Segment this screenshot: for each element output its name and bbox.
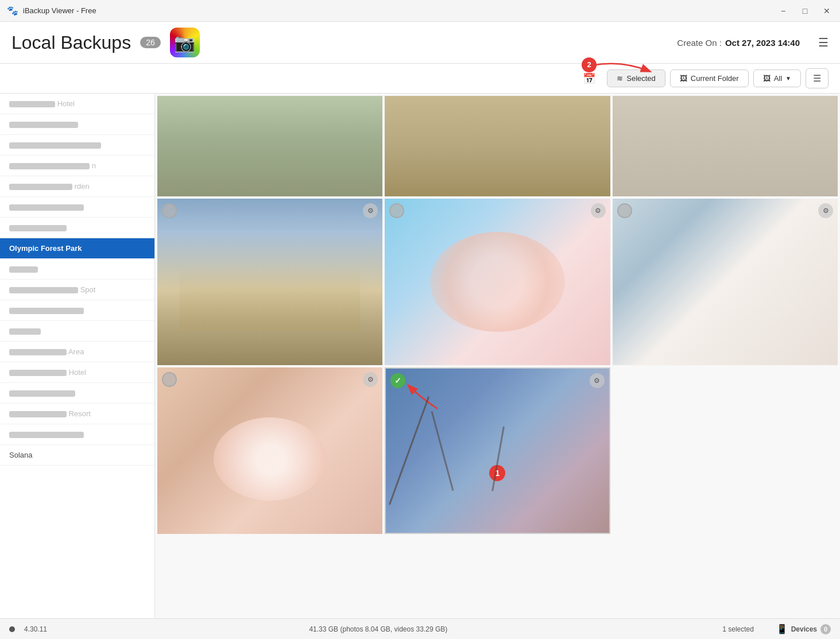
image-icon: 🖼 bbox=[763, 74, 771, 83]
page-title: Local Backups bbox=[11, 32, 131, 53]
photo-select-circle-3[interactable] bbox=[617, 203, 632, 218]
sidebar-item-5[interactable]: rden bbox=[0, 176, 154, 197]
photo-cell-top-mid[interactable] bbox=[385, 96, 610, 196]
storage-info: 41.33 GB (photos 8.04 GB, videos 33.29 G… bbox=[56, 625, 700, 633]
calendar-button[interactable]: 📅 bbox=[578, 70, 600, 87]
photo-cell-blossom[interactable]: ⚙ bbox=[613, 199, 838, 365]
photo-select-circle-4[interactable] bbox=[162, 372, 177, 387]
sidebar-item-14[interactable]: Hotel bbox=[0, 362, 154, 383]
active-item-label: Olympic Forest Park bbox=[9, 244, 82, 253]
selected-count: 1 selected bbox=[710, 625, 767, 633]
header: Local Backups 26 📷 Create On : Oct 27, 2… bbox=[0, 22, 840, 64]
list-view-button[interactable]: ☰ bbox=[806, 68, 829, 88]
photo-cell-flower-close[interactable]: ⚙ bbox=[157, 367, 382, 534]
sidebar-item-6[interactable] bbox=[0, 197, 154, 218]
step1-badge: 1 bbox=[489, 465, 505, 481]
sidebar-item-12[interactable] bbox=[0, 321, 154, 342]
sidebar: Hotel n rden Olympic Forest Park bbox=[0, 94, 155, 618]
all-filter-button[interactable]: 🖼 All ▼ bbox=[753, 69, 801, 87]
sidebar-item-solana[interactable]: Solana bbox=[0, 445, 154, 466]
folder-icon: 🖼 bbox=[680, 74, 687, 83]
main-content: Hotel n rden Olympic Forest Park bbox=[0, 94, 840, 618]
minimize-button[interactable]: − bbox=[777, 5, 789, 17]
toolbar: 📅 2 ≋ Selected 🖼 Current Folder 🖼 All ▼ … bbox=[0, 64, 840, 94]
photo-cell-flower-blue[interactable]: ⚙ bbox=[385, 199, 610, 365]
photo-area: ⚙ ⚙ ⚙ ⚙ bbox=[155, 94, 840, 618]
app-title: iBackup Viewer - Free bbox=[23, 6, 96, 15]
title-bar-left: 🐾 iBackup Viewer - Free bbox=[7, 5, 96, 16]
photo-selected-checkmark[interactable]: ✓ bbox=[390, 373, 405, 388]
status-dot bbox=[9, 626, 15, 632]
devices-section[interactable]: 📱 Devices 0 bbox=[776, 623, 831, 634]
create-on-label: Create On : bbox=[677, 38, 722, 48]
chevron-down-icon: ▼ bbox=[785, 75, 791, 82]
sidebar-item-15[interactable] bbox=[0, 383, 154, 404]
photo-grid: ⚙ ⚙ ⚙ ⚙ bbox=[157, 96, 838, 534]
current-folder-label: Current Folder bbox=[691, 74, 739, 83]
selected-button[interactable]: ≋ Selected bbox=[607, 69, 665, 87]
app-logo-icon: 🐾 bbox=[7, 5, 18, 16]
photo-settings-icon-2[interactable]: ⚙ bbox=[591, 203, 606, 218]
photos-app-icon: 📷 bbox=[170, 28, 200, 57]
close-button[interactable]: ✕ bbox=[820, 5, 833, 17]
photo-settings-icon-1[interactable]: ⚙ bbox=[363, 203, 378, 218]
photo-select-circle-1[interactable] bbox=[162, 203, 177, 218]
sidebar-item-9[interactable] bbox=[0, 259, 154, 280]
sidebar-item-11[interactable] bbox=[0, 300, 154, 321]
selected-label: Selected bbox=[626, 74, 656, 83]
sidebar-item-1[interactable]: Hotel bbox=[0, 94, 154, 114]
photo-cell-top-left[interactable] bbox=[157, 96, 382, 196]
sidebar-item-olympic-forest-park[interactable]: Olympic Forest Park bbox=[0, 238, 154, 259]
sidebar-item-13[interactable]: Area bbox=[0, 342, 154, 362]
maximize-button[interactable]: □ bbox=[799, 5, 811, 17]
app-version: 4.30.11 bbox=[24, 625, 47, 633]
sidebar-item-10[interactable]: Spot bbox=[0, 280, 154, 300]
selected-icon: ≋ bbox=[617, 74, 623, 83]
photo-cell-park-path[interactable]: ⚙ bbox=[157, 199, 382, 365]
devices-count-badge: 0 bbox=[820, 624, 831, 634]
backup-date: Oct 27, 2023 14:40 bbox=[725, 38, 800, 48]
photo-settings-icon-5[interactable]: ⚙ bbox=[590, 373, 605, 388]
all-label: All bbox=[774, 74, 782, 83]
photo-cell-branch-selected[interactable]: ✓ ⚙ 1 bbox=[385, 367, 610, 534]
sidebar-item-4[interactable]: n bbox=[0, 156, 154, 176]
step2-badge: 2 bbox=[582, 57, 597, 72]
header-date-section: Create On : Oct 27, 2023 14:40 bbox=[677, 38, 800, 48]
window-controls: − □ ✕ bbox=[777, 5, 833, 17]
sidebar-item-17[interactable] bbox=[0, 424, 154, 445]
backup-count-badge: 26 bbox=[140, 37, 161, 48]
photo-select-circle-2[interactable] bbox=[389, 203, 404, 218]
sidebar-item-2[interactable] bbox=[0, 114, 154, 135]
status-bar: 4.30.11 41.33 GB (photos 8.04 GB, videos… bbox=[0, 618, 840, 639]
photo-cell-top-right[interactable] bbox=[613, 96, 838, 196]
phone-icon: 📱 bbox=[776, 623, 788, 634]
photo-settings-icon-4[interactable]: ⚙ bbox=[363, 372, 378, 387]
sidebar-item-3[interactable] bbox=[0, 135, 154, 156]
title-bar: 🐾 iBackup Viewer - Free − □ ✕ bbox=[0, 0, 840, 22]
devices-label: Devices bbox=[791, 625, 817, 633]
sidebar-item-7[interactable] bbox=[0, 218, 154, 238]
header-menu-button[interactable]: ☰ bbox=[818, 36, 829, 49]
photo-settings-icon-3[interactable]: ⚙ bbox=[818, 203, 833, 218]
sidebar-item-16[interactable]: Resort bbox=[0, 404, 154, 424]
current-folder-button[interactable]: 🖼 Current Folder bbox=[670, 69, 749, 87]
